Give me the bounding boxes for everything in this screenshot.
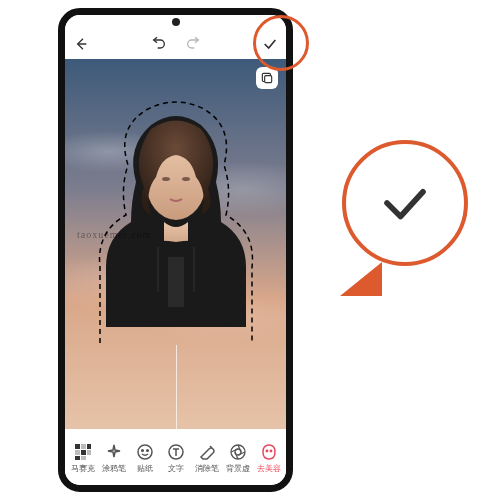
check-icon	[378, 176, 432, 230]
tool-eraser[interactable]: 消除笔	[192, 443, 222, 474]
svg-point-15	[141, 449, 143, 451]
sparkle-icon	[105, 443, 123, 461]
camera-notch	[172, 18, 180, 26]
svg-rect-5	[265, 76, 272, 83]
svg-point-18	[231, 445, 245, 459]
phone-frame: taoxuemei.com 马赛克 涂鸦笔 贴纸	[58, 8, 293, 492]
back-icon[interactable]	[73, 36, 89, 52]
center-guide-line	[176, 345, 177, 429]
svg-rect-13	[81, 456, 86, 460]
compare-toggle[interactable]	[256, 67, 278, 89]
tool-label: 文字	[168, 463, 184, 474]
tool-label: 涂鸦笔	[102, 463, 126, 474]
svg-rect-6	[75, 444, 80, 449]
svg-rect-9	[75, 450, 80, 455]
editor-top-bar	[65, 29, 286, 59]
callout-pointer	[340, 262, 382, 296]
undo-icon[interactable]	[151, 36, 167, 52]
tool-blur-bg[interactable]: 背景虚	[223, 443, 253, 474]
tool-doodle[interactable]: 涂鸦笔	[99, 443, 129, 474]
compare-icon	[260, 71, 274, 85]
watermark-text: taoxuemei.com	[77, 229, 151, 240]
tool-label: 贴纸	[137, 463, 153, 474]
svg-point-14	[138, 445, 152, 459]
annotation-callout	[336, 140, 476, 310]
tool-beauty[interactable]: 去美容	[254, 443, 284, 474]
svg-rect-8	[87, 444, 91, 449]
svg-point-16	[146, 449, 148, 451]
mosaic-icon	[74, 443, 92, 461]
svg-rect-11	[87, 450, 91, 455]
svg-rect-10	[81, 450, 86, 455]
svg-point-20	[266, 450, 267, 451]
callout-circle	[342, 140, 468, 266]
selection-outline	[86, 97, 266, 345]
face-icon	[260, 443, 278, 461]
redo-icon[interactable]	[185, 36, 201, 52]
tool-text[interactable]: 文字	[161, 443, 191, 474]
tool-sticker[interactable]: 贴纸	[130, 443, 160, 474]
confirm-check-icon[interactable]	[262, 36, 278, 52]
tool-label: 消除笔	[195, 463, 219, 474]
tool-label: 马赛克	[71, 463, 95, 474]
aperture-icon	[229, 443, 247, 461]
svg-point-21	[270, 450, 271, 451]
tool-mosaic[interactable]: 马赛克	[68, 443, 98, 474]
bottom-toolbar: 马赛克 涂鸦笔 贴纸 文字 消除笔	[65, 429, 286, 485]
svg-rect-7	[81, 444, 86, 449]
editing-canvas[interactable]: taoxuemei.com	[65, 59, 286, 429]
tool-label: 去美容	[257, 463, 281, 474]
svg-rect-12	[75, 456, 80, 460]
text-icon	[167, 443, 185, 461]
smile-icon	[136, 443, 154, 461]
eraser-icon	[198, 443, 216, 461]
tool-label: 背景虚	[226, 463, 250, 474]
